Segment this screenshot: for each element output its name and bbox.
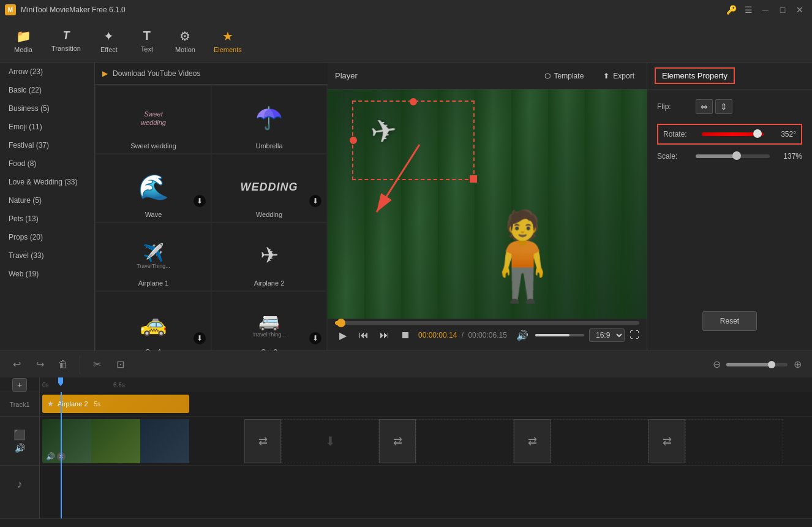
element-wave[interactable]: 🌊 ⬇ Wave xyxy=(96,154,211,222)
video-clip[interactable]: 🔊 ✕ xyxy=(42,419,244,463)
sidebar-item-love-wedding[interactable]: Love & Wedding (33) xyxy=(0,173,94,191)
rotate-slider[interactable] xyxy=(702,132,764,136)
element-umbrella[interactable]: ☂️ Umbrella xyxy=(212,86,326,153)
sidebar-item-basic[interactable]: Basic (22) xyxy=(0,81,94,99)
toolbar-item-text[interactable]: T Text xyxy=(129,25,165,56)
elements-icon: ★ xyxy=(222,29,233,44)
element-wedding[interactable]: WEDDING ⬇ Wedding xyxy=(212,154,326,222)
timeline-ruler[interactable]: 0s 6.6s xyxy=(40,377,812,392)
youtube-download-btn[interactable]: ▶ Download YouTube Videos xyxy=(95,63,328,85)
fullscreen-btn[interactable]: ⛶ xyxy=(630,330,639,341)
transition-4[interactable]: ⇄ xyxy=(648,419,685,463)
volume-btn[interactable]: 🔊 xyxy=(514,327,530,343)
left-handle[interactable] xyxy=(350,137,357,144)
sidebar-item-emoji[interactable]: Emoji (11) xyxy=(0,118,94,136)
add-track-btn[interactable]: + xyxy=(12,378,27,392)
element-sweet-wedding[interactable]: Sweetwedding Sweet wedding xyxy=(96,86,211,153)
window-controls: 🔑 ☰ ─ □ ✕ xyxy=(724,2,807,17)
timeline-scrollbar[interactable] xyxy=(0,518,812,527)
volume-fill xyxy=(535,334,570,336)
cut-btn[interactable]: ✂ xyxy=(88,355,106,374)
scale-slider-thumb[interactable] xyxy=(732,151,741,160)
close-btn[interactable]: ✕ xyxy=(792,2,807,17)
export-btn[interactable]: ⬆ Export xyxy=(598,69,639,83)
element-car2[interactable]: 🚐 TravelThing... ⬇ Car 2 xyxy=(212,292,326,351)
toolbar-item-elements[interactable]: ★ Elements xyxy=(205,25,250,57)
rotate-slider-thumb[interactable] xyxy=(753,129,762,138)
sidebar-item-arrow[interactable]: Arrow (23) xyxy=(0,63,94,81)
playhead-marker xyxy=(58,377,63,386)
video-mute-icon[interactable]: 🔊 xyxy=(46,452,55,461)
toolbar-separator xyxy=(80,355,80,374)
zoom-slider[interactable] xyxy=(726,363,788,366)
element-airplane1[interactable]: ✈️ TravelThing... Airplane 1 xyxy=(96,223,211,290)
progress-handle[interactable] xyxy=(337,319,345,327)
play-btn[interactable]: ▶ xyxy=(335,327,351,343)
scale-handle[interactable] xyxy=(470,175,477,183)
toolbar-item-media[interactable]: 📁 Media xyxy=(5,25,42,57)
ruler-6s: 6.6s xyxy=(113,382,125,389)
sidebar-item-business[interactable]: Business (5) xyxy=(0,99,94,118)
key-icon-btn[interactable]: 🔑 xyxy=(724,2,739,17)
prev-btn[interactable]: ⏮ xyxy=(356,327,372,343)
scale-row: Scale: 137% xyxy=(657,152,802,161)
scale-slider[interactable] xyxy=(696,154,770,158)
effect-label: Effect xyxy=(100,46,118,53)
redo-btn[interactable]: ↪ xyxy=(31,355,49,374)
sidebar-item-props[interactable]: Props (20) xyxy=(0,228,94,246)
sidebar-item-food[interactable]: Food (8) xyxy=(0,154,94,173)
stop-btn[interactable]: ⏹ xyxy=(397,327,413,343)
rotate-label: Rotate: xyxy=(663,130,697,138)
zoom-out-icon: ⊖ xyxy=(713,358,721,370)
crop-icon: ⊡ xyxy=(116,358,124,370)
flip-vertical-btn[interactable]: ⇕ xyxy=(715,99,732,114)
sidebar-item-pets[interactable]: Pets (13) xyxy=(0,210,94,228)
car1-label: Car 1 xyxy=(145,348,162,351)
element-airplane2[interactable]: ✈ Airplane 2 xyxy=(212,223,326,290)
progress-bar[interactable] xyxy=(335,321,639,325)
youtube-label: Download YouTube Videos xyxy=(113,69,200,78)
menu-icon: ☰ xyxy=(745,5,753,15)
element-car1[interactable]: 🚕 ⬇ Car 1 xyxy=(96,292,211,351)
motion-label: Motion xyxy=(175,46,195,53)
rotate-handle[interactable] xyxy=(410,98,417,105)
minimize-btn[interactable]: ─ xyxy=(758,2,773,17)
flip-v-icon: ⇕ xyxy=(720,102,727,112)
zoom-thumb[interactable] xyxy=(768,361,775,368)
zoom-controls: ⊖ ⊕ xyxy=(709,357,805,372)
wedding-thumb: WEDDING xyxy=(245,165,294,208)
template-btn[interactable]: ⬡ Template xyxy=(539,69,589,83)
maximize-btn[interactable]: □ xyxy=(775,2,790,17)
transition-2[interactable]: ⇄ xyxy=(379,419,416,463)
transition-1[interactable]: ⇄ xyxy=(244,419,281,463)
undo-btn[interactable]: ↩ xyxy=(7,355,26,374)
timeline-toolbar: ↩ ↪ 🗑 ✂ ⊡ ⊖ ⊕ xyxy=(0,351,812,377)
toolbar-item-motion[interactable]: ⚙ Motion xyxy=(167,25,204,57)
time-current: 00:00:00.14 xyxy=(418,331,457,339)
zoom-out-btn[interactable]: ⊖ xyxy=(709,357,724,372)
aspect-ratio-select[interactable]: 16:9 9:16 1:1 4:3 xyxy=(589,328,625,342)
element-clip[interactable]: ★ Airplane 2 5s xyxy=(42,395,189,413)
sidebar-item-web[interactable]: Web (19) xyxy=(0,265,94,283)
reset-btn[interactable]: Reset xyxy=(702,311,757,331)
toolbar-item-effect[interactable]: ✦ Effect xyxy=(91,25,127,57)
toolbar-item-transition[interactable]: T Transition xyxy=(43,26,89,56)
airplane2-thumb: ✈ xyxy=(245,234,294,277)
crop-btn[interactable]: ⊡ xyxy=(111,355,129,374)
sweet-wedding-thumb: Sweetwedding xyxy=(129,97,178,140)
property-panel-title: Elements Property xyxy=(655,67,735,84)
elements-property-panel: Elements Property Flip: ⇔ ⇕ Rotate: xyxy=(647,63,812,351)
transition-3[interactable]: ⇄ xyxy=(514,419,551,463)
video-x-btn[interactable]: ✕ xyxy=(57,452,66,461)
wave-thumb: 🌊 xyxy=(129,165,178,208)
sidebar-item-travel[interactable]: Travel (33) xyxy=(0,246,94,265)
volume-slider[interactable] xyxy=(535,334,584,336)
menu-btn[interactable]: ☰ xyxy=(741,2,756,17)
sidebar-item-nature[interactable]: Nature (5) xyxy=(0,191,94,210)
next-btn[interactable]: ⏭ xyxy=(377,327,393,343)
zoom-in-btn[interactable]: ⊕ xyxy=(790,357,805,372)
delete-btn[interactable]: 🗑 xyxy=(54,355,72,374)
sidebar-item-festival[interactable]: Festival (37) xyxy=(0,136,94,154)
flip-horizontal-btn[interactable]: ⇔ xyxy=(696,99,713,114)
template-label: Template xyxy=(554,72,584,80)
